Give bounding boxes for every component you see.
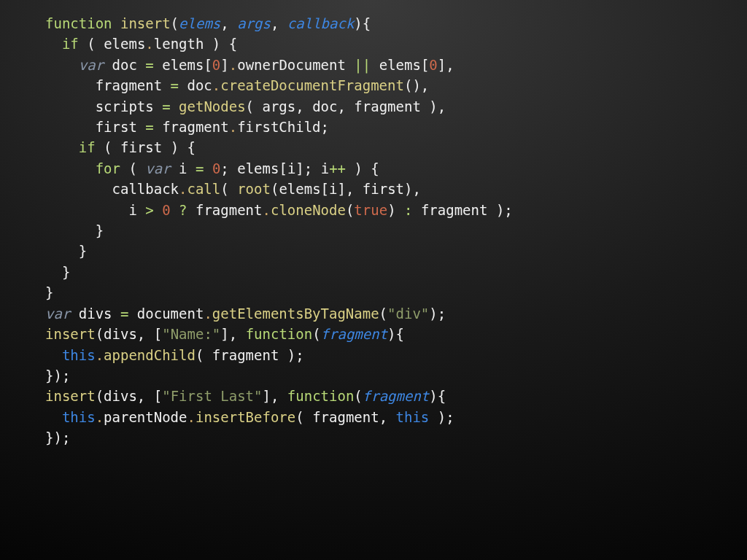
- code-token: >: [145, 202, 153, 218]
- code-token: ): [354, 160, 362, 176]
- code-token: ]: [262, 388, 270, 404]
- code-token: i: [312, 160, 329, 176]
- code-token: (: [354, 388, 362, 404]
- code-token: =: [145, 57, 153, 73]
- code-token: ],: [438, 57, 454, 73]
- code-token: [229, 181, 237, 197]
- code-line: callback.call( root(elems[i], first),: [45, 179, 513, 199]
- code-token: ;: [62, 368, 70, 384]
- code-token: ): [53, 429, 61, 446]
- code-token: .: [263, 202, 271, 218]
- code-token: ,: [421, 77, 429, 93]
- code-token: ,: [379, 409, 387, 425]
- code-token: ,: [220, 15, 237, 31]
- code-token: elems: [371, 57, 421, 73]
- code-line: this.parentNode.insertBefore( fragment, …: [45, 407, 513, 427]
- code-token: .: [212, 77, 220, 93]
- code-token: appendChild: [104, 347, 196, 363]
- code-token: 0: [212, 160, 220, 176]
- code-token: insert: [45, 326, 96, 342]
- code-line: for ( var i = 0; elems[i]; i++ ) {: [45, 158, 513, 179]
- code-token: getElementsByTagName: [212, 306, 379, 322]
- code-token: (: [246, 98, 254, 114]
- code-token: [120, 160, 128, 176]
- code-token: (: [196, 347, 204, 363]
- code-token: ],: [337, 181, 354, 197]
- code-token: =: [171, 77, 179, 93]
- code-token: i: [171, 160, 196, 176]
- code-token: {: [179, 139, 196, 155]
- code-token: [: [321, 181, 329, 197]
- code-token: ,: [137, 326, 154, 342]
- code-token: }: [45, 243, 87, 259]
- code-token: args: [237, 15, 271, 31]
- code-token: 0: [162, 202, 170, 218]
- code-token: ];: [295, 160, 312, 176]
- code-token: length: [154, 36, 212, 52]
- code-line: i > 0 ? fragment.cloneNode(true) : fragm…: [45, 200, 513, 220]
- code-token: [112, 15, 120, 31]
- code-token: (: [128, 160, 136, 176]
- code-line: }: [45, 220, 513, 241]
- code-token: divs: [104, 326, 137, 342]
- code-token: callback: [45, 181, 179, 197]
- code-line: var doc = elems[0].ownerDocument || elem…: [45, 55, 513, 75]
- code-token: elems: [96, 36, 146, 52]
- code-token: (: [171, 15, 179, 31]
- code-token: [45, 57, 79, 73]
- code-token: .: [179, 181, 187, 197]
- code-token: }: [45, 222, 104, 238]
- code-token: ): [53, 368, 61, 384]
- code-token: [346, 160, 354, 176]
- code-token: }: [45, 264, 70, 280]
- code-line: if ( elems.length ) {: [45, 34, 513, 54]
- code-token: ||: [354, 57, 371, 73]
- code-token: doc: [104, 57, 145, 73]
- code-token: elems: [154, 57, 204, 73]
- code-token: ,: [271, 15, 287, 31]
- code-token: .: [96, 347, 104, 363]
- code-token: ]: [220, 57, 228, 73]
- code-token: =: [145, 119, 153, 135]
- code-token: var: [45, 306, 70, 322]
- code-token: }: [45, 284, 53, 300]
- code-token: elems: [179, 15, 220, 31]
- code-token: fragment: [187, 202, 263, 218]
- code-token: =: [162, 98, 170, 114]
- code-token: callback: [287, 15, 355, 31]
- code-token: if: [79, 139, 96, 155]
- code-token: function: [45, 15, 112, 31]
- code-token: [79, 36, 87, 52]
- code-token: ,: [229, 326, 246, 342]
- code-token: "Name:": [162, 326, 220, 342]
- code-token: var: [145, 160, 170, 176]
- code-line: function insert(elems, args, callback){: [45, 13, 513, 34]
- code-token: {: [438, 388, 446, 404]
- code-token: first: [354, 181, 404, 197]
- code-token: fragment: [363, 388, 430, 404]
- code-line: });: [45, 427, 513, 448]
- code-token: first: [112, 139, 171, 155]
- code-token: [: [421, 57, 429, 73]
- code-line: }: [45, 282, 513, 303]
- code-token: ): [438, 409, 446, 425]
- code-token: (: [379, 306, 387, 322]
- code-token: [96, 139, 104, 155]
- code-token: ;: [62, 429, 70, 446]
- code-token: }: [45, 429, 53, 446]
- code-token: getNodes: [179, 98, 246, 114]
- code-token: fragment: [304, 409, 379, 425]
- code-token: insert: [45, 388, 96, 404]
- code-token: [: [204, 57, 212, 73]
- code-token: [: [154, 326, 162, 342]
- code-token: root: [237, 181, 271, 197]
- code-token: (: [295, 409, 303, 425]
- code-token: [396, 202, 404, 218]
- code-token: for: [96, 160, 120, 176]
- code-token: fragment: [412, 202, 495, 218]
- code-token: ,: [137, 388, 154, 404]
- code-token: .: [204, 306, 212, 322]
- code-token: fragment: [45, 77, 171, 93]
- code-line: fragment = doc.createDocumentFragment(),: [45, 75, 513, 96]
- code-token: ,: [271, 388, 287, 404]
